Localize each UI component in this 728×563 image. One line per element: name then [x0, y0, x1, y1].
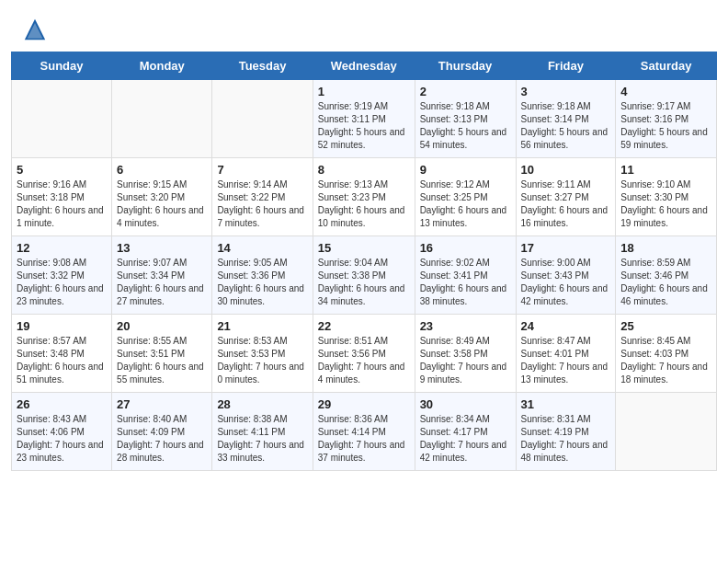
calendar-cell: 16Sunrise: 9:02 AM Sunset: 3:41 PM Dayli… — [415, 236, 516, 315]
calendar-cell: 3Sunrise: 9:18 AM Sunset: 3:14 PM Daylig… — [516, 80, 616, 158]
day-number: 11 — [620, 163, 711, 177]
calendar-cell: 25Sunrise: 8:45 AM Sunset: 4:03 PM Dayli… — [616, 315, 717, 393]
day-info: Sunrise: 8:53 AM Sunset: 3:53 PM Dayligh… — [217, 335, 307, 386]
calendar-cell: 24Sunrise: 8:47 AM Sunset: 4:01 PM Dayli… — [516, 315, 616, 393]
calendar-cell: 8Sunrise: 9:13 AM Sunset: 3:23 PM Daylig… — [313, 158, 415, 236]
weekday-header-wednesday: Wednesday — [313, 52, 415, 80]
weekday-header-friday: Friday — [516, 52, 616, 80]
day-info: Sunrise: 8:55 AM Sunset: 3:51 PM Dayligh… — [117, 335, 207, 386]
day-number: 29 — [318, 397, 410, 411]
calendar-wrap: SundayMondayTuesdayWednesdayThursdayFrid… — [0, 52, 728, 482]
day-number: 17 — [521, 241, 611, 255]
day-info: Sunrise: 9:07 AM Sunset: 3:34 PM Dayligh… — [117, 257, 207, 308]
day-number: 22 — [318, 319, 410, 333]
calendar-cell: 12Sunrise: 9:08 AM Sunset: 3:32 PM Dayli… — [12, 236, 112, 315]
day-number: 2 — [420, 85, 511, 98]
calendar-cell: 22Sunrise: 8:51 AM Sunset: 3:56 PM Dayli… — [313, 315, 415, 393]
day-info: Sunrise: 9:18 AM Sunset: 3:13 PM Dayligh… — [420, 100, 511, 152]
day-info: Sunrise: 9:05 AM Sunset: 3:36 PM Dayligh… — [217, 257, 307, 308]
calendar-cell: 6Sunrise: 9:15 AM Sunset: 3:20 PM Daylig… — [112, 158, 212, 236]
day-info: Sunrise: 9:19 AM Sunset: 3:11 PM Dayligh… — [318, 100, 410, 152]
page: SundayMondayTuesdayWednesdayThursdayFrid… — [0, 0, 728, 563]
calendar-cell: 17Sunrise: 9:00 AM Sunset: 3:43 PM Dayli… — [516, 236, 616, 315]
calendar-cell: 13Sunrise: 9:07 AM Sunset: 3:34 PM Dayli… — [112, 236, 212, 315]
day-info: Sunrise: 8:59 AM Sunset: 3:46 PM Dayligh… — [620, 257, 711, 308]
day-number: 31 — [521, 397, 611, 411]
calendar-cell: 21Sunrise: 8:53 AM Sunset: 3:53 PM Dayli… — [212, 315, 313, 393]
calendar-cell: 15Sunrise: 9:04 AM Sunset: 3:38 PM Dayli… — [313, 236, 415, 315]
day-number: 14 — [217, 241, 307, 255]
calendar-cell: 28Sunrise: 8:38 AM Sunset: 4:11 PM Dayli… — [212, 393, 313, 471]
day-number: 25 — [620, 319, 711, 333]
day-number: 5 — [17, 163, 107, 177]
day-info: Sunrise: 9:04 AM Sunset: 3:38 PM Dayligh… — [318, 257, 410, 308]
day-number: 10 — [521, 163, 611, 177]
calendar-cell: 31Sunrise: 8:31 AM Sunset: 4:19 PM Dayli… — [516, 393, 616, 471]
day-number: 24 — [521, 319, 611, 333]
weekday-header-monday: Monday — [112, 52, 212, 80]
day-number: 4 — [620, 85, 711, 98]
weekday-header-sunday: Sunday — [12, 52, 112, 80]
day-number: 21 — [217, 319, 307, 333]
day-number: 19 — [17, 319, 107, 333]
day-number: 27 — [117, 397, 207, 411]
day-number: 13 — [117, 241, 207, 255]
day-info: Sunrise: 8:43 AM Sunset: 4:06 PM Dayligh… — [17, 413, 107, 465]
calendar-cell: 23Sunrise: 8:49 AM Sunset: 3:58 PM Dayli… — [415, 315, 516, 393]
day-number: 12 — [17, 241, 107, 255]
day-number: 1 — [318, 85, 410, 98]
day-info: Sunrise: 9:16 AM Sunset: 3:18 PM Dayligh… — [17, 178, 107, 230]
calendar-cell: 18Sunrise: 8:59 AM Sunset: 3:46 PM Dayli… — [616, 236, 717, 315]
calendar-cell — [12, 80, 112, 158]
day-number: 23 — [420, 319, 511, 333]
day-info: Sunrise: 8:40 AM Sunset: 4:09 PM Dayligh… — [117, 413, 207, 465]
logo — [22, 17, 51, 42]
day-number: 8 — [318, 163, 410, 177]
calendar-cell: 27Sunrise: 8:40 AM Sunset: 4:09 PM Dayli… — [112, 393, 212, 471]
day-info: Sunrise: 9:15 AM Sunset: 3:20 PM Dayligh… — [117, 178, 207, 230]
day-number: 28 — [217, 397, 307, 411]
weekday-header-tuesday: Tuesday — [212, 52, 313, 80]
day-number: 6 — [117, 163, 207, 177]
calendar-cell: 4Sunrise: 9:17 AM Sunset: 3:16 PM Daylig… — [616, 80, 717, 158]
day-number: 26 — [17, 397, 107, 411]
calendar-cell: 10Sunrise: 9:11 AM Sunset: 3:27 PM Dayli… — [516, 158, 616, 236]
day-info: Sunrise: 8:47 AM Sunset: 4:01 PM Dayligh… — [521, 335, 611, 386]
day-number: 20 — [117, 319, 207, 333]
calendar-cell: 9Sunrise: 9:12 AM Sunset: 3:25 PM Daylig… — [415, 158, 516, 236]
day-info: Sunrise: 9:17 AM Sunset: 3:16 PM Dayligh… — [620, 100, 711, 152]
calendar-cell: 29Sunrise: 8:36 AM Sunset: 4:14 PM Dayli… — [313, 393, 415, 471]
week-row-2: 5Sunrise: 9:16 AM Sunset: 3:18 PM Daylig… — [12, 158, 717, 236]
calendar-table: SundayMondayTuesdayWednesdayThursdayFrid… — [11, 52, 717, 471]
calendar-cell — [616, 393, 717, 471]
calendar-cell: 20Sunrise: 8:55 AM Sunset: 3:51 PM Dayli… — [112, 315, 212, 393]
day-number: 9 — [420, 163, 511, 177]
calendar-cell: 19Sunrise: 8:57 AM Sunset: 3:48 PM Dayli… — [12, 315, 112, 393]
week-row-5: 26Sunrise: 8:43 AM Sunset: 4:06 PM Dayli… — [12, 393, 717, 471]
calendar-cell: 1Sunrise: 9:19 AM Sunset: 3:11 PM Daylig… — [313, 80, 415, 158]
day-number: 18 — [620, 241, 711, 255]
day-number: 16 — [420, 241, 511, 255]
calendar-cell: 30Sunrise: 8:34 AM Sunset: 4:17 PM Dayli… — [415, 393, 516, 471]
day-info: Sunrise: 8:36 AM Sunset: 4:14 PM Dayligh… — [318, 413, 410, 465]
day-info: Sunrise: 9:10 AM Sunset: 3:30 PM Dayligh… — [620, 178, 711, 230]
day-info: Sunrise: 8:34 AM Sunset: 4:17 PM Dayligh… — [420, 413, 511, 465]
day-info: Sunrise: 9:11 AM Sunset: 3:27 PM Dayligh… — [521, 178, 611, 230]
day-info: Sunrise: 9:08 AM Sunset: 3:32 PM Dayligh… — [17, 257, 107, 308]
weekday-header-saturday: Saturday — [616, 52, 717, 80]
day-number: 3 — [521, 85, 611, 98]
day-info: Sunrise: 8:38 AM Sunset: 4:11 PM Dayligh… — [217, 413, 307, 465]
day-info: Sunrise: 9:00 AM Sunset: 3:43 PM Dayligh… — [521, 257, 611, 308]
day-number: 15 — [318, 241, 410, 255]
calendar-body: 1Sunrise: 9:19 AM Sunset: 3:11 PM Daylig… — [12, 80, 717, 471]
calendar-cell: 11Sunrise: 9:10 AM Sunset: 3:30 PM Dayli… — [616, 158, 717, 236]
day-info: Sunrise: 8:45 AM Sunset: 4:03 PM Dayligh… — [620, 335, 711, 386]
calendar-cell — [212, 80, 313, 158]
calendar-cell — [112, 80, 212, 158]
day-info: Sunrise: 8:57 AM Sunset: 3:48 PM Dayligh… — [17, 335, 107, 386]
calendar-header: SundayMondayTuesdayWednesdayThursdayFrid… — [12, 52, 717, 80]
day-info: Sunrise: 8:49 AM Sunset: 3:58 PM Dayligh… — [420, 335, 511, 386]
day-info: Sunrise: 8:31 AM Sunset: 4:19 PM Dayligh… — [521, 413, 611, 465]
day-number: 7 — [217, 163, 307, 177]
day-info: Sunrise: 9:13 AM Sunset: 3:23 PM Dayligh… — [318, 178, 410, 230]
